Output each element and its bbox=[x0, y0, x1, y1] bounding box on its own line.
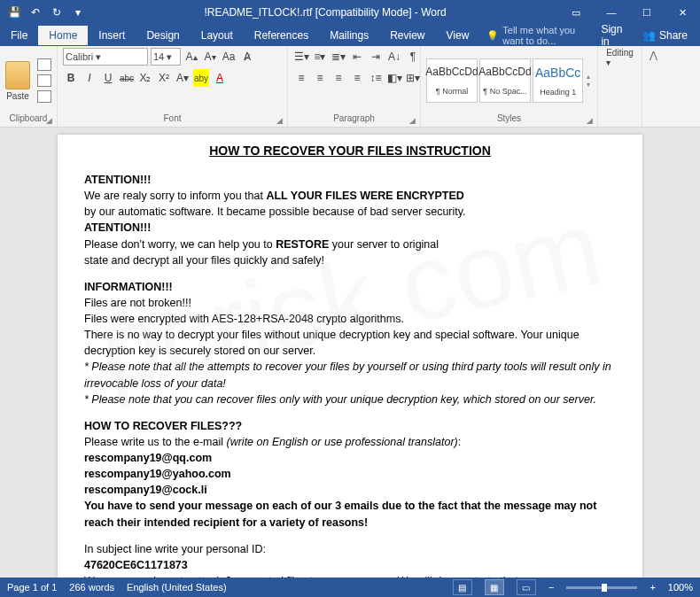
editing-dropdown[interactable]: Editing▾ bbox=[606, 48, 634, 67]
style-nospacing[interactable]: AaBbCcDd ¶ No Spac... bbox=[479, 58, 531, 103]
share-button[interactable]: 👥 Share bbox=[634, 26, 696, 45]
cut-icon[interactable] bbox=[37, 58, 51, 71]
tab-review[interactable]: Review bbox=[379, 26, 435, 45]
qat-customize-icon[interactable]: ▾ bbox=[69, 4, 87, 21]
dialog-launcher-icon[interactable]: ◢ bbox=[587, 116, 595, 125]
zoom-level[interactable]: 100% bbox=[668, 582, 693, 593]
shading-icon[interactable]: ◧▾ bbox=[386, 69, 402, 87]
print-layout-icon[interactable]: ▦ bbox=[485, 579, 504, 595]
doc-email: rescompany19@yahoo.com bbox=[84, 466, 616, 482]
zoom-in-icon[interactable]: + bbox=[649, 582, 655, 593]
share-icon: 👥 bbox=[642, 29, 656, 42]
font-color-button[interactable]: A bbox=[212, 69, 228, 87]
strike-button[interactable]: abc bbox=[119, 69, 135, 87]
multilevel-icon[interactable]: ≣▾ bbox=[331, 48, 346, 66]
undo-icon[interactable]: ↶ bbox=[27, 4, 44, 21]
status-bar: Page 1 of 1 266 words English (United St… bbox=[0, 578, 700, 597]
lightbulb-icon: 💡 bbox=[486, 30, 499, 42]
copy-icon[interactable] bbox=[37, 74, 51, 87]
align-right-icon[interactable]: ≡ bbox=[331, 69, 346, 87]
web-layout-icon[interactable]: ▭ bbox=[517, 579, 536, 595]
clear-format-icon[interactable]: A̷ bbox=[239, 48, 255, 66]
group-label: Styles bbox=[426, 113, 592, 125]
numbering-icon[interactable]: ≡▾ bbox=[312, 48, 328, 66]
document-page: HOW TO RECOVER YOUR FILES INSTRUCTION AT… bbox=[58, 135, 642, 579]
align-left-icon[interactable]: ≡ bbox=[293, 69, 309, 87]
doc-text: You have to send your message on each of… bbox=[84, 498, 616, 530]
paste-label: Paste bbox=[6, 91, 29, 101]
document-area[interactable]: HOW TO RECOVER YOUR FILES INSTRUCTION AT… bbox=[0, 128, 700, 579]
font-size-select[interactable]: 14 ▾ bbox=[151, 48, 181, 66]
doc-text: INFORMATION!!! bbox=[84, 279, 616, 295]
doc-text: Please write us to the e-mail (write on … bbox=[84, 434, 616, 450]
status-words[interactable]: 266 words bbox=[69, 582, 114, 593]
doc-text: Please don't worry, we can help you to R… bbox=[84, 236, 616, 252]
tab-view[interactable]: View bbox=[436, 26, 480, 45]
shrink-font-icon[interactable]: A▾ bbox=[202, 48, 218, 66]
grow-font-icon[interactable]: A▴ bbox=[183, 48, 199, 66]
group-styles: AaBbCcDd ¶ Normal AaBbCcDd ¶ No Spac... … bbox=[421, 46, 598, 127]
group-editing: Editing▾ Editing bbox=[598, 46, 642, 127]
align-center-icon[interactable]: ≡ bbox=[312, 69, 328, 87]
dialog-launcher-icon[interactable]: ◢ bbox=[276, 116, 285, 125]
zoom-slider[interactable] bbox=[566, 586, 637, 589]
close-icon[interactable]: ✕ bbox=[665, 0, 700, 25]
indent-icon[interactable]: ⇥ bbox=[368, 48, 384, 66]
doc-text: We are realy sorry to inform you that AL… bbox=[84, 188, 616, 204]
window-title: !README_ITLOCK!.rtf [Compatibility Mode]… bbox=[92, 6, 558, 19]
superscript-button[interactable]: X² bbox=[156, 69, 172, 87]
doc-email: rescompany19@cock.li bbox=[84, 482, 616, 498]
doc-title: HOW TO RECOVER YOUR FILES INSTRUCTION bbox=[84, 143, 616, 158]
bold-button[interactable]: B bbox=[63, 69, 79, 87]
format-painter-icon[interactable] bbox=[37, 90, 51, 103]
font-name-select[interactable]: Calibri ▾ bbox=[63, 48, 148, 66]
text-effects-icon[interactable]: A▾ bbox=[175, 69, 191, 87]
status-page[interactable]: Page 1 of 1 bbox=[7, 582, 57, 593]
line-spacing-icon[interactable]: ↕≡ bbox=[368, 69, 384, 87]
doc-text: by our automatic software. It became pos… bbox=[84, 204, 616, 220]
borders-icon[interactable]: ⊞▾ bbox=[405, 69, 421, 87]
read-mode-icon[interactable]: ▤ bbox=[453, 579, 472, 595]
subscript-button[interactable]: X₂ bbox=[137, 69, 153, 87]
dialog-launcher-icon[interactable]: ◢ bbox=[409, 116, 418, 125]
sort-icon[interactable]: A↓ bbox=[386, 48, 402, 66]
underline-button[interactable]: U bbox=[100, 69, 116, 87]
outdent-icon[interactable]: ⇤ bbox=[349, 48, 365, 66]
style-normal[interactable]: AaBbCcDd ¶ Normal bbox=[426, 58, 478, 103]
style-heading1[interactable]: AaBbCc Heading 1 bbox=[533, 58, 583, 103]
change-case-icon[interactable]: Aa bbox=[221, 48, 237, 66]
tell-me-placeholder: Tell me what you want to do... bbox=[502, 25, 583, 46]
tab-file[interactable]: File bbox=[0, 26, 38, 45]
justify-icon[interactable]: ≡ bbox=[349, 69, 365, 87]
doc-text: HOW TO RECOVER FILES??? bbox=[84, 418, 616, 434]
zoom-out-icon[interactable]: − bbox=[548, 582, 554, 593]
doc-text: Files were encrypted with AES-128+RSA-20… bbox=[84, 311, 616, 327]
tab-references[interactable]: References bbox=[244, 26, 319, 45]
doc-email: rescompany19@qq.com bbox=[84, 450, 616, 466]
group-label: Font bbox=[63, 113, 282, 125]
maximize-icon[interactable]: ☐ bbox=[629, 0, 665, 25]
ribbon: Paste Clipboard ◢ Calibri ▾ 14 ▾ A▴ A▾ A… bbox=[0, 46, 700, 128]
doc-text: state and decrypt all your files quickly… bbox=[84, 252, 616, 268]
group-clipboard: Paste Clipboard ◢ bbox=[0, 46, 58, 127]
clipboard-icon bbox=[5, 61, 30, 89]
styles-more-icon[interactable]: ▴▾ bbox=[585, 71, 592, 90]
tab-insert[interactable]: Insert bbox=[88, 26, 136, 45]
status-language[interactable]: English (United States) bbox=[127, 582, 227, 593]
dialog-launcher-icon[interactable]: ◢ bbox=[46, 116, 55, 125]
tab-home[interactable]: Home bbox=[38, 26, 88, 45]
highlight-button[interactable]: aby bbox=[193, 69, 209, 87]
ribbon-tabs: File Home Insert Design Layout Reference… bbox=[0, 25, 700, 46]
italic-button[interactable]: I bbox=[82, 69, 97, 87]
redo-icon[interactable]: ↻ bbox=[48, 4, 66, 21]
tab-design[interactable]: Design bbox=[136, 26, 190, 45]
save-icon[interactable]: 💾 bbox=[5, 4, 23, 21]
tab-mailings[interactable]: Mailings bbox=[319, 26, 379, 45]
doc-text: Files are not broken!!! bbox=[84, 295, 616, 311]
tab-layout[interactable]: Layout bbox=[191, 26, 244, 45]
paste-button[interactable]: Paste bbox=[5, 61, 30, 101]
collapse-ribbon-icon[interactable]: ⋀ bbox=[642, 46, 664, 127]
doc-text: In subject line write your personal ID: bbox=[84, 541, 616, 557]
bullets-icon[interactable]: ☰▾ bbox=[293, 48, 309, 66]
show-marks-icon[interactable]: ¶ bbox=[405, 48, 421, 66]
